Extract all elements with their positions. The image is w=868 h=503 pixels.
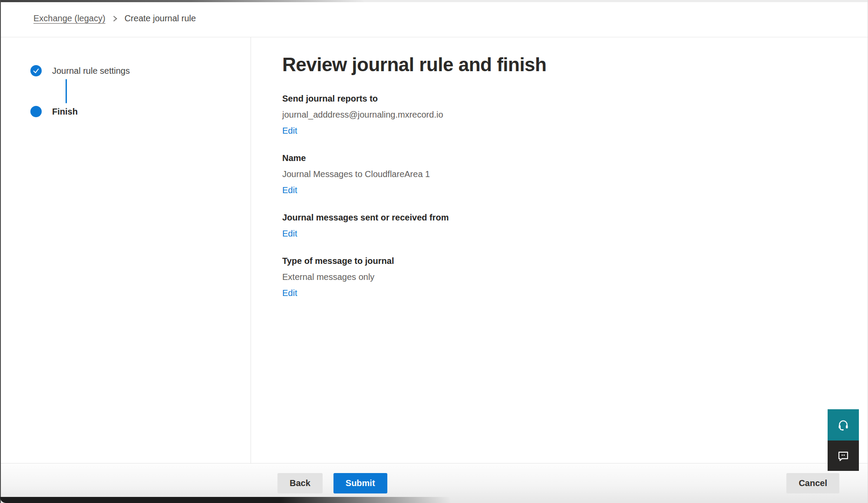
submit-button[interactable]: Submit <box>333 473 387 493</box>
step-current-dot-icon <box>30 106 42 117</box>
step-label-finish: Finish <box>52 107 78 117</box>
review-section-type-of-message-to-journal: Type of message to journal External mess… <box>282 256 842 298</box>
step-connector-line <box>66 79 67 103</box>
wizard-step-journal-rule-settings[interactable]: Journal rule settings <box>30 65 251 76</box>
window-edge-bottom <box>0 497 451 503</box>
section-label: Type of message to journal <box>282 256 842 266</box>
floating-side-buttons <box>828 409 859 471</box>
window-edge-top <box>0 0 868 2</box>
edit-link-name[interactable]: Edit <box>282 185 297 195</box>
section-label: Journal messages sent or received from <box>282 213 842 223</box>
review-section-name: Name Journal Messages to CloudflareArea … <box>282 153 842 195</box>
footer-left-button-group: Back Submit <box>277 473 387 493</box>
review-section-journal-messages-sent-or-received-from: Journal messages sent or received from E… <box>282 213 842 239</box>
chevron-right-icon <box>112 15 118 22</box>
edit-link-send-journal-reports-to[interactable]: Edit <box>282 126 297 136</box>
section-label: Name <box>282 153 842 163</box>
back-button[interactable]: Back <box>277 473 323 493</box>
section-value: Journal Messages to CloudflareArea 1 <box>282 169 842 179</box>
wizard-steps-panel: Journal rule settings Finish <box>0 37 251 463</box>
headset-icon <box>837 418 850 431</box>
review-section-send-journal-reports-to: Send journal reports to journal_adddress… <box>282 94 842 136</box>
step-label-journal-rule-settings: Journal rule settings <box>52 66 130 76</box>
breadcrumb-current-page: Create journal rule <box>125 13 196 23</box>
edit-link-type-of-message-to-journal[interactable]: Edit <box>282 288 297 298</box>
edit-link-journal-messages-sent-or-received-from[interactable]: Edit <box>282 229 297 239</box>
feedback-button[interactable] <box>828 441 859 471</box>
section-label: Send journal reports to <box>282 94 842 104</box>
section-value: External messages only <box>282 272 842 282</box>
wizard-step-finish[interactable]: Finish <box>30 106 251 117</box>
review-panel: Review journal rule and finish Send jour… <box>251 37 868 463</box>
chat-icon <box>837 449 850 462</box>
help-button[interactable] <box>828 409 859 441</box>
window-edge-left <box>0 0 1 503</box>
breadcrumb-link-exchange-legacy[interactable]: Exchange (legacy) <box>33 13 106 23</box>
section-value: journal_adddress@journaling.mxrecord.io <box>282 110 842 120</box>
page-title: Review journal rule and finish <box>282 54 842 76</box>
step-complete-check-icon <box>30 65 42 76</box>
exchange-admin-window: Exchange (legacy) Create journal rule Jo… <box>0 0 868 503</box>
content-area: Journal rule settings Finish Review jour… <box>0 37 868 463</box>
cancel-button[interactable]: Cancel <box>786 473 839 493</box>
breadcrumb: Exchange (legacy) Create journal rule <box>33 13 196 23</box>
breadcrumb-bar: Exchange (legacy) Create journal rule <box>0 0 868 37</box>
